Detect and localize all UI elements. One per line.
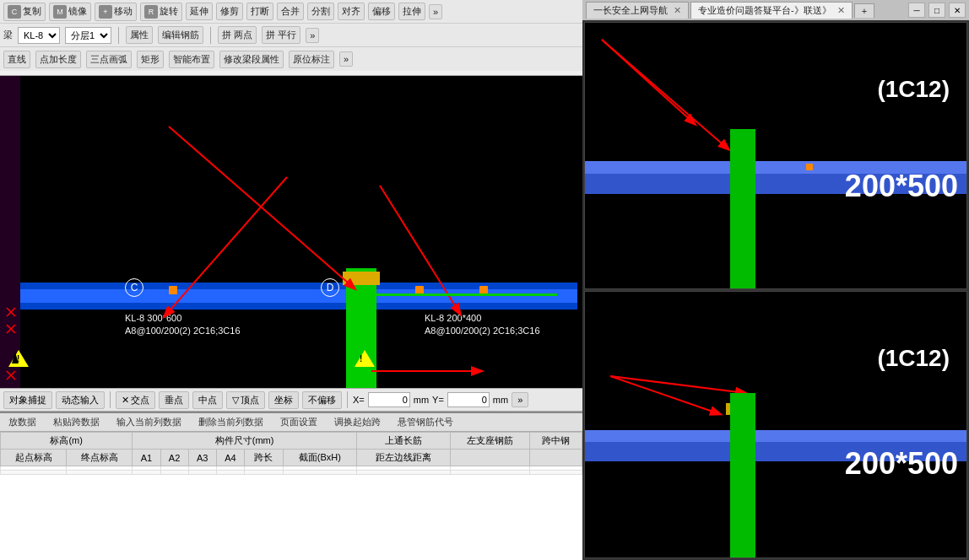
cell-section-2[interactable] bbox=[283, 471, 356, 475]
property-button[interactable]: 属性 bbox=[126, 26, 153, 44]
preview-panel-bottom[interactable]: (1C12) 200*500 bbox=[584, 291, 967, 558]
cell-a3-2[interactable] bbox=[188, 471, 216, 475]
copy-icon: C bbox=[8, 5, 21, 19]
cell-top-rebar-2[interactable] bbox=[450, 471, 529, 475]
col-span-length: 跨长 bbox=[244, 450, 283, 466]
line-button[interactable]: 直线 bbox=[3, 51, 30, 68]
cell-span-len-2[interactable] bbox=[244, 471, 283, 475]
rtab-qa[interactable]: 专业造价问题答疑平台-》联送》 ✕ bbox=[690, 2, 853, 19]
snap-object-button[interactable]: 对象捕捉 bbox=[3, 391, 52, 409]
trim-button[interactable]: 修剪 bbox=[216, 3, 243, 20]
col-a2: A2 bbox=[160, 450, 188, 466]
table-row bbox=[1, 471, 582, 475]
more-btn-1[interactable]: » bbox=[429, 4, 442, 19]
snap-intersection-button[interactable]: ✕交点 bbox=[116, 391, 155, 409]
x-coord-input[interactable] bbox=[368, 392, 410, 407]
snap-perp-button[interactable]: 垂点 bbox=[159, 391, 189, 409]
separator-1 bbox=[118, 27, 119, 44]
svg-line-13 bbox=[610, 376, 745, 393]
more-status-btn[interactable]: » bbox=[512, 392, 528, 407]
sep-status-1 bbox=[110, 391, 111, 408]
data-table-area: 放数据 粘贴跨数据 输入当前列数据 删除当前列数据 页面设置 调换起始跨 悬管钢… bbox=[0, 412, 582, 560]
snap-vertex-button[interactable]: ▽顶点 bbox=[226, 391, 265, 409]
beam-select[interactable]: KL-8 bbox=[18, 27, 60, 44]
cad-canvas[interactable]: ! ! C D KL-8 300*600 A8@100/200(2) 2C16;… bbox=[0, 76, 582, 430]
svg-line-12 bbox=[610, 376, 720, 414]
dynamic-input-button[interactable]: 动态输入 bbox=[56, 391, 105, 409]
cell-a2-2[interactable] bbox=[160, 471, 188, 475]
snap-coord-button[interactable]: 坐标 bbox=[268, 391, 299, 409]
col-a1: A1 bbox=[133, 450, 160, 466]
tab-swap-span[interactable]: 调换起始跨 bbox=[329, 414, 386, 430]
rect-button[interactable]: 矩形 bbox=[137, 51, 164, 68]
break-button[interactable]: 打断 bbox=[246, 3, 273, 20]
cell-start-elev-2[interactable] bbox=[1, 471, 67, 475]
offset-button[interactable]: 偏移 bbox=[368, 3, 395, 20]
preview-panel-top[interactable]: (1C12) 200*500 bbox=[584, 22, 967, 289]
rtab-close-0[interactable]: ✕ bbox=[674, 5, 681, 15]
tab-page-setup[interactable]: 页面设置 bbox=[275, 414, 322, 430]
toolbar-row3: 直线 点加长度 三点画弧 矩形 智能布置 修改梁段属性 原位标注 » bbox=[0, 47, 582, 71]
tab-rebar-code[interactable]: 悬管钢筋代号 bbox=[392, 414, 458, 430]
align-button[interactable]: 对齐 bbox=[338, 3, 365, 20]
cell-a1-2[interactable] bbox=[133, 471, 160, 475]
extend-button[interactable]: 延伸 bbox=[186, 3, 213, 20]
toolbar-row2: 梁 KL-8 分层1 属性 编辑钢筋 拼 两点 拼 平行 » bbox=[0, 24, 582, 47]
no-offset-button[interactable]: 不偏移 bbox=[302, 391, 342, 409]
copy-button[interactable]: C 复制 bbox=[3, 3, 46, 21]
rtab-new[interactable]: + bbox=[854, 3, 874, 18]
merge-button[interactable]: 合并 bbox=[277, 3, 304, 20]
split-button[interactable]: 分割 bbox=[307, 3, 334, 20]
close-button[interactable]: ✕ bbox=[949, 3, 966, 18]
col-header-top-rebar: 上通长筋 bbox=[356, 433, 450, 450]
tab-paste-data[interactable]: 放数据 bbox=[3, 414, 41, 430]
rotate-button[interactable]: R 旋转 bbox=[140, 3, 182, 21]
data-tabs: 放数据 粘贴跨数据 输入当前列数据 删除当前列数据 页面设置 调换起始跨 悬管钢… bbox=[0, 413, 582, 432]
col-top-rebar-val bbox=[450, 450, 529, 466]
splice-parallel-button[interactable]: 拼 平行 bbox=[262, 26, 300, 44]
more-btn-2[interactable]: » bbox=[306, 28, 319, 43]
more-btn-3[interactable]: » bbox=[339, 51, 353, 67]
cell-a4-2[interactable] bbox=[216, 471, 244, 475]
original-mark-button[interactable]: 原位标注 bbox=[289, 51, 334, 68]
mirror-button[interactable]: M 镜像 bbox=[49, 3, 91, 21]
preview-top-dot bbox=[806, 164, 813, 170]
right-content: (1C12) 200*500 bbox=[582, 20, 969, 560]
col-header-size: 构件尺寸(mm) bbox=[133, 433, 357, 450]
col-header-left-seat: 左支座钢筋 bbox=[450, 433, 529, 450]
preview-top-size-label: 200*500 bbox=[845, 169, 958, 204]
status-bar: 对象捕捉 动态输入 ✕交点 垂点 中点 ▽顶点 坐标 不偏移 X= mm Y= … bbox=[0, 388, 582, 412]
cell-left-dist-2[interactable] bbox=[356, 471, 450, 475]
edit-rebar-button[interactable]: 编辑钢筋 bbox=[158, 26, 203, 44]
cell-end-elev-2[interactable] bbox=[67, 471, 133, 475]
point-length-button[interactable]: 点加长度 bbox=[35, 51, 81, 68]
col-section: 截面(BxH) bbox=[283, 450, 356, 466]
col-a3: A3 bbox=[188, 450, 216, 466]
y-coord-input[interactable] bbox=[447, 392, 490, 407]
col-left-dist: 距左边线距离 bbox=[356, 450, 450, 466]
minimize-button[interactable]: ─ bbox=[908, 3, 925, 18]
preview-bottom-1c12-label: (1C12) bbox=[877, 345, 950, 372]
toolbar-row1: C 复制 M 镜像 + 移动 R 旋转 延伸 修剪 打断 合并 分割 bbox=[0, 0, 582, 24]
tab-delete-col[interactable]: 删除当前列数据 bbox=[193, 414, 268, 430]
smart-layout-button[interactable]: 智能布置 bbox=[169, 51, 214, 68]
toolbar-area: C 复制 M 镜像 + 移动 R 旋转 延伸 修剪 打断 合并 分割 bbox=[0, 0, 582, 76]
svg-line-11 bbox=[602, 40, 728, 149]
right-tabs-bar: 一长安全上网导航 ✕ 专业造价问题答疑平台-》联送》 ✕ + ─ □ ✕ bbox=[582, 0, 969, 20]
rtab-safety[interactable]: 一长安全上网导航 ✕ bbox=[586, 2, 689, 19]
tab-input-col[interactable]: 输入当前列数据 bbox=[111, 414, 187, 430]
stretch-button[interactable]: 拉伸 bbox=[398, 3, 425, 20]
layer-select[interactable]: 分层1 bbox=[65, 27, 111, 44]
window-controls: ─ □ ✕ bbox=[908, 3, 966, 18]
tab-paste-span[interactable]: 粘贴跨数据 bbox=[48, 414, 105, 430]
arc-three-point-button[interactable]: 三点画弧 bbox=[86, 51, 132, 68]
modify-beam-button[interactable]: 修改梁段属性 bbox=[219, 51, 284, 68]
splice-twopoint-button[interactable]: 拼 两点 bbox=[218, 26, 257, 44]
snap-mid-button[interactable]: 中点 bbox=[192, 391, 223, 409]
cell-span-rebar-2[interactable] bbox=[529, 471, 582, 475]
col-end-elev: 终点标高 bbox=[67, 450, 133, 466]
rtab-close-1[interactable]: ✕ bbox=[837, 5, 845, 15]
mirror-icon: M bbox=[53, 5, 67, 19]
maximize-button[interactable]: □ bbox=[928, 3, 945, 18]
move-button[interactable]: + 移动 bbox=[95, 3, 137, 21]
